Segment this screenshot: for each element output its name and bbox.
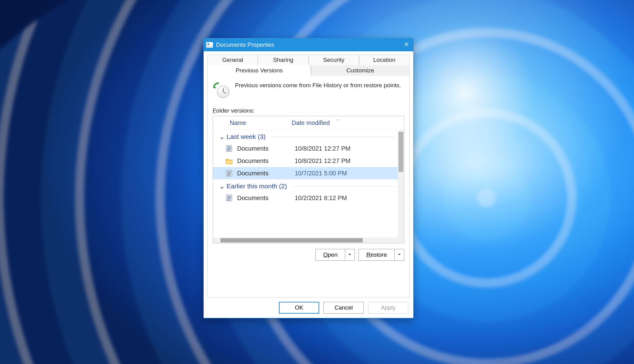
close-icon [404,41,409,48]
dropdown-icon [348,252,352,258]
svg-rect-14 [227,200,230,200]
group-divider [271,137,395,137]
version-item[interactable]: Documents 10/8/2021 12:27 PM [213,142,398,155]
history-icon [213,81,229,98]
svg-rect-9 [227,175,230,176]
group-last-week[interactable]: Last week (3) [213,130,398,142]
tab-sharing[interactable]: Sharing [258,54,308,65]
item-name: Documents [237,170,295,177]
folder-icon [225,157,233,165]
tab-content-previous-versions: Previous versions come from File History… [207,76,410,298]
vertical-scroll-thumb[interactable] [398,132,403,172]
version-item[interactable]: Documents 10/2/2021 8:12 PM [213,192,398,204]
version-item[interactable]: Documents 10/8/2021 12:27 PM [213,155,398,167]
chevron-down-icon [220,184,224,188]
open-button[interactable]: Open [316,249,345,260]
scroll-corner [398,238,404,243]
document-icon [225,169,233,177]
document-icon [225,194,233,202]
group-earlier-this-month[interactable]: Earlier this month (2) [213,179,398,192]
tab-security[interactable]: Security [309,54,359,65]
restore-button[interactable]: Restore [359,249,395,260]
item-date: 10/8/2021 12:27 PM [295,157,350,165]
svg-rect-2 [227,148,231,148]
open-split-button: Open [315,249,355,261]
horizontal-scroll-thumb[interactable] [220,238,363,242]
dialog-button-row: OK Cancel Apply [207,298,410,314]
open-dropdown-button[interactable] [345,249,354,260]
vertical-scrollbar[interactable] [398,131,404,238]
titlebar[interactable]: Documents Properties [204,38,413,51]
item-name: Documents [237,145,295,152]
tab-row-1: General Sharing Security Location [207,54,410,65]
tab-row-2: Previous Versions Customize [207,65,410,76]
item-date: 10/8/2021 12:27 PM [295,145,350,152]
tab-location[interactable]: Location [359,54,410,65]
svg-rect-7 [227,173,231,173]
document-icon [225,145,233,152]
group-divider [293,186,395,186]
svg-rect-6 [227,171,231,172]
item-date: 10/2/2021 8:12 PM [295,195,347,202]
restore-split-button: Restore [358,249,404,261]
client-area: General Sharing Security Location Previo… [204,51,413,318]
svg-rect-12 [227,197,231,198]
version-item-selected[interactable]: Documents 10/7/2021 5:00 PM [213,167,398,179]
svg-rect-13 [227,199,231,199]
info-text: Previous versions come from File History… [235,81,401,98]
group-title: Last week (3) [227,133,266,140]
window-system-icon [206,42,213,48]
svg-rect-8 [227,174,231,174]
properties-dialog: Documents Properties General Sharing Sec… [203,38,414,318]
item-name: Documents [237,157,295,165]
info-row: Previous versions come from File History… [213,81,404,98]
svg-rect-4 [227,150,230,151]
group-title: Earlier this month (2) [227,182,287,190]
restore-dropdown-button[interactable] [395,249,404,260]
window-title: Documents Properties [216,41,400,48]
item-date: 10/7/2021 5:00 PM [295,170,347,177]
action-buttons-row: Open Restore [213,249,404,261]
chevron-down-icon [220,135,224,139]
versions-listview[interactable]: ⌄ Name Date modified Last week (3) [213,116,404,243]
close-button[interactable] [400,38,413,51]
cancel-button[interactable]: Cancel [324,302,364,314]
listview-body: Last week (3) Documents 10/8/2021 12:27 … [213,130,404,243]
sort-chevron-icon: ⌄ [336,117,339,121]
column-header-date[interactable]: Date modified [292,119,330,126]
ok-button[interactable]: OK [279,302,319,314]
horizontal-scrollbar[interactable] [213,238,398,243]
column-header-name[interactable]: Name [230,119,292,126]
dropdown-icon [397,252,401,258]
tab-previous-versions[interactable]: Previous Versions [207,65,311,76]
svg-rect-1 [227,147,231,147]
svg-rect-3 [227,149,231,150]
folder-versions-label: Folder versions: [213,107,404,114]
listview-header[interactable]: ⌄ Name Date modified [213,116,404,130]
tab-customize[interactable]: Customize [311,65,410,76]
tab-general[interactable]: General [207,54,258,65]
apply-button: Apply [368,302,408,314]
item-name: Documents [237,195,295,202]
svg-rect-11 [227,196,231,197]
